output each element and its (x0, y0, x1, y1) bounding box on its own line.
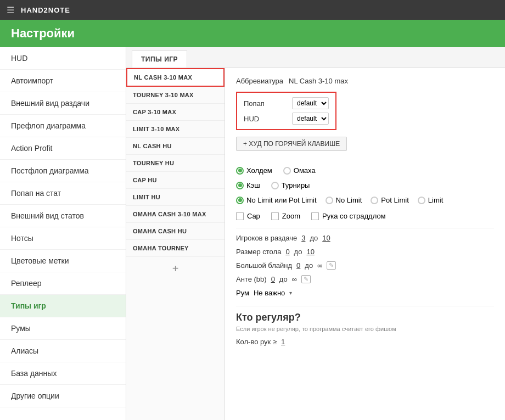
big-blind-edit-icon[interactable]: ✎ (327, 261, 336, 270)
divider-1 (236, 228, 494, 228)
big-blind-label: Большой блайнд (236, 261, 292, 270)
menu-icon[interactable]: ☰ (7, 5, 14, 15)
hud-row: HUD default (244, 113, 329, 125)
limit-radio[interactable]: Limit (418, 196, 443, 204)
sidebar-item-database[interactable]: База данных (0, 362, 126, 385)
settings-panel: Аббревиатура NL Cash 3-10 max Попап defa… (225, 68, 505, 420)
regular-subtitle: Если игрок не регуляр, то программа счит… (236, 326, 494, 332)
omaha-radio-circle (283, 167, 291, 175)
ante-from[interactable]: 0 (271, 275, 275, 283)
big-blind-do-label: до (305, 261, 313, 270)
room-row: Рум Не важно ▾ (236, 289, 494, 297)
players-from[interactable]: 3 (301, 234, 305, 242)
pot-limit-radio[interactable]: Pot Limit (371, 196, 409, 204)
no-limit-radio[interactable]: No Limit (326, 196, 362, 204)
regular-section: Кто регуляр? Если игрок не регуляр, то п… (236, 312, 494, 346)
sidebar-item-autoimport[interactable]: Автоимпорт (0, 70, 126, 92)
no-limit-pot-radio[interactable]: No Limit или Pot Limit (236, 196, 317, 204)
tourney-radio-circle (271, 182, 279, 189)
cap-checkbox[interactable]: Cap (236, 212, 260, 220)
table-size-row: Размер стола 0 до 10 (236, 248, 494, 256)
no-limit-label: No Limit (336, 196, 362, 204)
table-to[interactable]: 10 (306, 248, 314, 256)
hands-value[interactable]: 1 (281, 338, 285, 346)
big-blind-from[interactable]: 0 (296, 261, 300, 270)
zoom-checkbox-box (271, 212, 279, 220)
popup-hud-section: Попап default HUD default (236, 92, 336, 130)
sidebar-item-preflop[interactable]: Префлоп диаграмма (0, 115, 126, 137)
ante-do-label: до (279, 275, 288, 283)
table-from[interactable]: 0 (285, 248, 289, 256)
sidebar-item-color-marks[interactable]: Цветовые метки (0, 250, 126, 272)
game-list-item-nl-cash-310[interactable]: NL CASH 3-10 MAX (126, 68, 225, 87)
cash-radio-circle (236, 182, 244, 189)
cash-label: Кэш (246, 181, 260, 189)
game-list-item-omaha-tourney[interactable]: OMAHA TOURNEY (126, 240, 225, 257)
players-row: Игроков в раздаче 3 до 10 (236, 234, 494, 242)
game-list-item-limit-310[interactable]: LIMIT 3-10 MAX (126, 121, 225, 138)
room-dropdown-icon[interactable]: ▾ (289, 290, 292, 296)
app-title: HAND2NOTE (21, 6, 70, 14)
game-variant-group: Холдем Омаха (236, 166, 494, 175)
cash-radio[interactable]: Кэш (236, 181, 260, 189)
limit-circle (418, 197, 425, 204)
hotkey-button[interactable]: + ХУД ПО ГОРЯЧЕЙ КЛАВИШЕ (236, 137, 347, 151)
game-list-item-cap-310[interactable]: CAP 3-10 MAX (126, 104, 225, 121)
no-limit-pot-circle (236, 197, 244, 204)
sidebar-item-hand-view[interactable]: Внешний вид раздачи (0, 92, 126, 115)
game-list-item-omaha-cash-310[interactable]: OMAHA CASH 3-10 MAX (126, 206, 225, 223)
sidebar-item-postflop[interactable]: Постфлоп диаграмма (0, 160, 126, 182)
sidebar-item-popup-stat[interactable]: Попап на стат (0, 182, 126, 205)
limit-label: Limit (428, 196, 443, 204)
topbar: ☰ HAND2NOTE (0, 0, 505, 20)
sidebar-item-notes[interactable]: Нотсы (0, 227, 126, 250)
game-list-item-tourney-hu[interactable]: TOURNEY HU (126, 155, 225, 172)
content-area: ТИПЫ ИГР NL CASH 3-10 MAX TOURNEY 3-10 M… (126, 47, 505, 420)
holdem-label: Холдем (246, 166, 272, 175)
game-list-item-omaha-cash-hu[interactable]: OMAHA CASH HU (126, 223, 225, 240)
omaha-radio[interactable]: Омаха (283, 166, 316, 175)
players-label: Игроков в раздаче (236, 234, 297, 242)
tab-game-types[interactable]: ТИПЫ ИГР (132, 51, 187, 68)
tourney-radio[interactable]: Турниры (271, 181, 310, 189)
sidebar-item-action-profit[interactable]: Action Profit (0, 137, 126, 160)
game-list-item-tourney-310[interactable]: TOURNEY 3-10 MAX (126, 87, 225, 104)
pot-limit-circle (371, 197, 378, 204)
tabs-bar: ТИПЫ ИГР (126, 47, 505, 68)
game-list-item-nl-cash-hu[interactable]: NL CASH HU (126, 138, 225, 155)
zoom-checkbox[interactable]: Zoom (271, 212, 300, 220)
sidebar-item-aliases[interactable]: Алиасы (0, 340, 126, 362)
hands-row: Кол-во рук ≥ 1 (236, 338, 494, 346)
popup-select[interactable]: default (292, 97, 329, 109)
sidebar-item-game-types[interactable]: Типы игр (0, 295, 126, 317)
straddle-checkbox[interactable]: Рука со страддлом (311, 212, 385, 220)
ante-to: ∞ (292, 275, 297, 283)
popup-row: Попап default (244, 97, 329, 109)
table-do-label: до (294, 248, 302, 256)
hud-label: HUD (244, 115, 288, 123)
straddle-label: Рука со страддлом (322, 212, 385, 220)
players-do-label: до (310, 234, 318, 242)
pot-limit-label: Pot Limit (381, 196, 409, 204)
sidebar-item-replayer[interactable]: Реплеер (0, 272, 126, 295)
add-game-type-button[interactable]: + (126, 257, 225, 281)
sidebar-item-rooms[interactable]: Румы (0, 317, 126, 340)
hud-select[interactable]: default (292, 113, 329, 125)
main-layout: HUD Автоимпорт Внешний вид раздачи Префл… (0, 47, 505, 420)
sidebar-item-stat-view[interactable]: Внешний вид статов (0, 205, 126, 227)
hands-label: Кол-во рук ≥ (236, 338, 277, 346)
big-blind-row: Большой блайнд 0 до ∞ ✎ (236, 261, 494, 270)
ante-row: Анте (bb) 0 до ∞ ✎ (236, 275, 494, 283)
holdem-radio[interactable]: Холдем (236, 166, 272, 175)
abbrev-row: Аббревиатура NL Cash 3-10 max (236, 77, 494, 85)
players-to[interactable]: 10 (322, 234, 330, 242)
game-list-item-cap-hu[interactable]: CAP HU (126, 172, 225, 189)
header: Настройки (0, 20, 505, 47)
sidebar-item-other[interactable]: Другие опции (0, 385, 126, 407)
ante-edit-icon[interactable]: ✎ (301, 275, 311, 283)
room-value[interactable]: Не важно (254, 289, 285, 297)
tourney-label: Турниры (282, 181, 310, 189)
game-list-item-limit-hu[interactable]: LIMIT HU (126, 189, 225, 206)
table-size-label: Размер стола (236, 248, 281, 256)
sidebar-item-hud[interactable]: HUD (0, 47, 126, 70)
